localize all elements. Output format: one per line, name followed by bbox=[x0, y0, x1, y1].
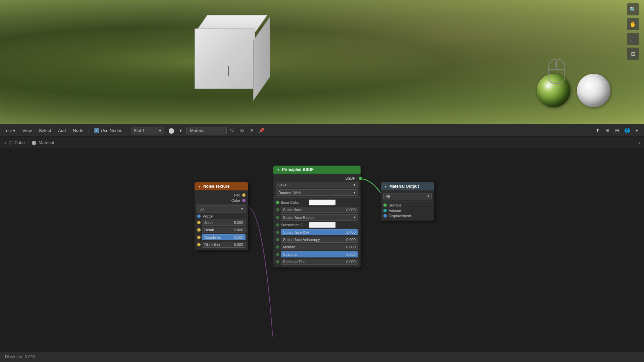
use-nodes-checkbox[interactable]: ✓ bbox=[94, 128, 99, 133]
use-nodes-toggle[interactable]: ✓ Use Nodes bbox=[92, 127, 125, 134]
subsurface-color-socket[interactable] bbox=[276, 223, 279, 227]
breadcrumb-bar: ◂ ⬡ Cube › ⬤ Material ◂ bbox=[0, 137, 644, 149]
distortion-label: Distortion bbox=[204, 243, 220, 247]
distortion-field[interactable]: Distortion 0.000 bbox=[202, 242, 246, 248]
close-icon[interactable]: ✕ bbox=[248, 126, 256, 134]
base-color-row: Base Color bbox=[273, 199, 361, 206]
subsurface-field[interactable]: Subsurface 0.000 bbox=[281, 207, 358, 213]
roughness-field[interactable]: Roughnes 0.500 bbox=[202, 234, 246, 240]
distribution-dropdown[interactable]: GGX ▾ bbox=[276, 182, 358, 188]
vector-socket[interactable] bbox=[197, 215, 201, 218]
specular-tint-field[interactable]: Specular Tint 0.000 bbox=[281, 259, 358, 265]
menu-add[interactable]: Add bbox=[55, 127, 68, 134]
metallic-label: Metallic bbox=[283, 245, 296, 249]
menu-node[interactable]: Node bbox=[70, 127, 86, 134]
color-label: Color bbox=[231, 198, 240, 202]
cube-icon: ⬡ bbox=[9, 140, 12, 145]
copy-icon[interactable]: ⧉ bbox=[238, 126, 246, 134]
subsurface-radius-socket[interactable] bbox=[276, 216, 279, 219]
noise-roughness-row: Roughnes 0.500 bbox=[195, 234, 248, 241]
grid-icon[interactable]: ⊞ bbox=[627, 48, 639, 60]
menu-select[interactable]: Select bbox=[36, 127, 54, 134]
breadcrumb-material[interactable]: ⬤ Material bbox=[32, 140, 54, 145]
scale-field[interactable]: Scale 5.000 bbox=[202, 220, 246, 226]
subsurface-method-dropdown[interactable]: Random Walk ▾ bbox=[276, 189, 358, 196]
fac-socket[interactable] bbox=[242, 193, 246, 197]
menu-ect[interactable]: ect ▾ bbox=[3, 127, 18, 134]
metallic-field[interactable]: Metallic 0.000 bbox=[281, 244, 358, 250]
breadcrumb-cube[interactable]: ⬡ Cube bbox=[9, 140, 25, 145]
vector-label: Vector bbox=[203, 214, 213, 218]
3d-viewport[interactable]: 🔍 ✋ 🎥 ⊞ bbox=[0, 0, 644, 124]
subsurface-ior-field[interactable]: Subsurface IOR 1.400 bbox=[281, 229, 358, 235]
dimension-dropdown[interactable]: 3D ▾ bbox=[197, 205, 246, 213]
displacement-row: Displacement bbox=[381, 213, 434, 219]
matout-body: All ▾ Surface Volume Displacement bbox=[381, 190, 434, 221]
subsurface-aniso-value: 0.000 bbox=[346, 238, 356, 242]
volume-socket[interactable] bbox=[383, 209, 387, 212]
displacement-label: Displacement bbox=[389, 214, 411, 218]
surface-socket[interactable] bbox=[383, 203, 387, 207]
distribution-row: GGX ▾ bbox=[273, 181, 361, 189]
zoom-icon[interactable]: 🔍 bbox=[627, 3, 639, 15]
subsurface-aniso-field[interactable]: Subsurface Anisotropy 0.000 bbox=[281, 237, 358, 243]
bsdf-socket[interactable] bbox=[359, 177, 362, 180]
pbsdf-collapse-arrow[interactable]: ▼ bbox=[277, 168, 280, 172]
specular-field[interactable]: Specular 0.500 bbox=[281, 251, 358, 257]
layout-icon[interactable]: ⊞ bbox=[603, 126, 611, 134]
material-name-field[interactable]: Material bbox=[186, 127, 227, 134]
base-color-socket[interactable] bbox=[276, 201, 279, 204]
menu-view[interactable]: View bbox=[20, 127, 35, 134]
subsurface-ior-label: Subsurface IOR bbox=[283, 230, 309, 234]
shield-icon[interactable]: 🛡 bbox=[228, 126, 236, 134]
noise-texture-body: Fac Color 3D ▾ Vector Sca bbox=[195, 190, 248, 250]
noise-collapse-arrow[interactable]: ▼ bbox=[198, 185, 201, 188]
displacement-socket[interactable] bbox=[383, 214, 387, 218]
noise-texture-node[interactable]: ▼ Noise Texture Fac Color 3D ▾ Vector bbox=[195, 182, 248, 250]
upload-icon[interactable]: ⬆ bbox=[594, 126, 602, 134]
detail-field[interactable]: Detail 2.000 bbox=[202, 227, 246, 233]
principled-bsdf-node[interactable]: ▼ Principled BSDF BSDF GGX ▾ Random Walk… bbox=[273, 166, 361, 267]
status-bar: Distortion 0.000 bbox=[0, 351, 644, 362]
subsurface-ior-value: 1.400 bbox=[346, 230, 356, 234]
subsurface-aniso-socket[interactable] bbox=[276, 238, 279, 241]
detail-socket[interactable] bbox=[197, 228, 201, 232]
color-socket[interactable] bbox=[242, 199, 246, 202]
specular-socket[interactable] bbox=[276, 253, 279, 256]
layout2-icon[interactable]: ⊟ bbox=[613, 126, 621, 134]
specular-tint-label: Specular Tint bbox=[283, 260, 305, 264]
menu-sep-1 bbox=[89, 127, 89, 134]
menu-more-btn[interactable]: ▾ bbox=[633, 126, 641, 134]
subsurface-method-row: Random Walk ▾ bbox=[273, 189, 361, 196]
matout-collapse-arrow[interactable]: ▼ bbox=[384, 185, 387, 188]
specular-tint-socket[interactable] bbox=[276, 260, 279, 263]
noise-detail-row: Detail 2.000 bbox=[195, 226, 248, 234]
subsurface-method-value: Random Walk bbox=[278, 191, 302, 195]
roughness-socket[interactable] bbox=[197, 236, 201, 239]
right-panel-toggle[interactable]: ◂ bbox=[638, 140, 640, 145]
distortion-socket[interactable] bbox=[197, 243, 201, 246]
subsurface-aniso-row: Subsurface Anisotropy 0.000 bbox=[273, 236, 361, 243]
use-nodes-label: Use Nodes bbox=[101, 128, 122, 133]
detail-value: 2.000 bbox=[234, 228, 243, 232]
right-toolbar: 🔍 ✋ 🎥 ⊞ bbox=[627, 3, 639, 60]
base-color-swatch[interactable] bbox=[309, 199, 336, 205]
material-type-btn[interactable]: ▾ bbox=[177, 126, 185, 134]
pin-icon[interactable]: 📌 bbox=[258, 126, 266, 134]
hand-icon[interactable]: ✋ bbox=[627, 18, 639, 30]
subsurface-radius-dropdown[interactable]: Subsurface Radius ▾ bbox=[281, 214, 358, 221]
noise-scale-row: Scale 5.000 bbox=[195, 219, 248, 226]
globe-icon[interactable]: 🌐 bbox=[623, 126, 631, 134]
material-output-node[interactable]: ▼ Material Output All ▾ Surface Volume bbox=[381, 182, 434, 221]
sphere-icon-btn[interactable]: ⬤ bbox=[167, 126, 175, 134]
metallic-socket[interactable] bbox=[276, 245, 279, 249]
camera-icon[interactable]: 🎥 bbox=[627, 33, 639, 45]
scale-socket[interactable] bbox=[197, 221, 201, 224]
noise-texture-title: Noise Texture bbox=[203, 184, 229, 189]
node-editor[interactable]: ▼ Noise Texture Fac Color 3D ▾ Vector bbox=[0, 149, 644, 362]
subsurface-color-swatch[interactable] bbox=[309, 222, 336, 228]
matout-target-dropdown[interactable]: All ▾ bbox=[383, 193, 432, 199]
subsurface-socket[interactable] bbox=[276, 208, 279, 212]
subsurface-ior-socket[interactable] bbox=[276, 231, 279, 234]
slot-dropdown[interactable]: Slot 1 ▾ bbox=[131, 127, 164, 134]
